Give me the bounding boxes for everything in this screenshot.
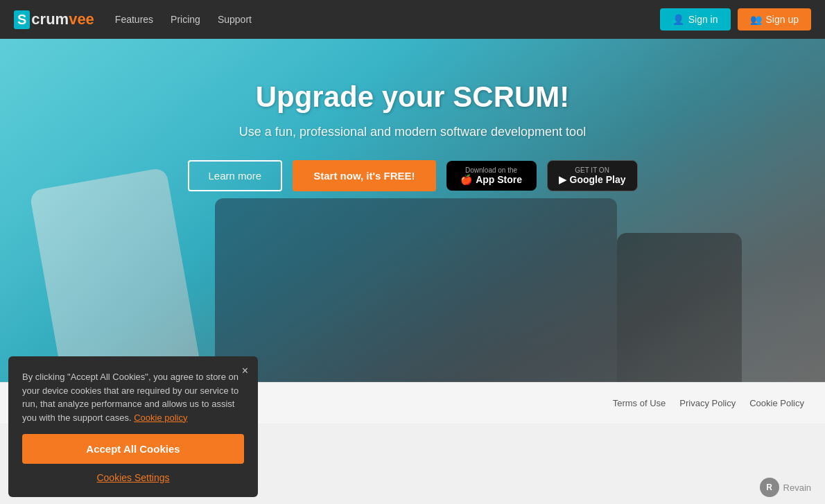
add-person-icon: 👥 [750, 14, 762, 25]
navbar-right: 👤 Sign in 👥 Sign up [660, 8, 811, 31]
nav-item-features[interactable]: Features [115, 13, 153, 26]
accept-cookies-button[interactable]: Accept All Cookies [22, 434, 244, 464]
logo-crum: crum [31, 10, 69, 28]
navbar: Scrumvee Features Pricing Support 👤 Sign… [0, 0, 825, 39]
cookie-policy-link-banner[interactable]: Cookie policy [134, 412, 187, 423]
nav-link-features[interactable]: Features [115, 14, 153, 25]
nav-item-support[interactable]: Support [218, 13, 252, 26]
navbar-left: Scrumvee Features Pricing Support [14, 10, 252, 29]
hero-content: Upgrade your SCRUM! Use a fun, professio… [188, 80, 638, 191]
learn-more-button[interactable]: Learn more [188, 160, 283, 191]
hero-bg-phone-right [617, 233, 742, 382]
hero-bg-tablet [215, 198, 617, 382]
app-store-button[interactable]: Download on the 🍎 App Store [446, 161, 537, 191]
privacy-policy-link[interactable]: Privacy Policy [679, 398, 736, 408]
start-free-button[interactable]: Start now, it's FREE! [293, 160, 435, 191]
logo-vee: vee [69, 10, 94, 28]
revain-icon: R [760, 478, 779, 497]
nav-links: Features Pricing Support [115, 13, 252, 26]
signin-label: Sign in [688, 14, 718, 25]
cookie-message: By clicking "Accept All Cookies", you ag… [22, 370, 244, 424]
play-icon: ▶ [559, 174, 566, 185]
app-store-label: App Store [476, 174, 522, 185]
hero-title: Upgrade your SCRUM! [188, 80, 638, 114]
logo-s-box: S [14, 10, 30, 29]
signup-button[interactable]: 👥 Sign up [738, 8, 811, 31]
google-play-button[interactable]: GET IT ON ▶ Google Play [547, 160, 638, 191]
cookie-banner: × By clicking "Accept All Cookies", you … [8, 356, 258, 497]
logo: Scrumvee [14, 10, 94, 29]
cookie-policy-link[interactable]: Cookie Policy [749, 398, 804, 408]
cookies-settings-button[interactable]: Cookies Settings [22, 472, 244, 483]
google-play-small-text: GET IT ON [575, 166, 609, 174]
signup-label: Sign up [766, 14, 799, 25]
signin-button[interactable]: 👤 Sign in [660, 8, 731, 31]
terms-of-use-link[interactable]: Terms of Use [613, 398, 666, 408]
hero-section: Upgrade your SCRUM! Use a fun, professio… [0, 39, 825, 382]
apple-icon: 🍎 [460, 174, 472, 185]
app-store-small-text: Download on the [465, 166, 517, 174]
hero-subtitle: Use a fun, professional and modern softw… [188, 125, 638, 139]
hero-buttons: Learn more Start now, it's FREE! Downloa… [188, 160, 638, 191]
nav-link-pricing[interactable]: Pricing [171, 14, 200, 25]
nav-link-support[interactable]: Support [218, 14, 252, 25]
cookie-close-button[interactable]: × [242, 365, 248, 377]
revain-badge: R Revain [760, 478, 811, 497]
nav-item-pricing[interactable]: Pricing [171, 13, 200, 26]
google-play-big-text: ▶ Google Play [559, 174, 626, 185]
app-store-big-text: 🍎 App Store [460, 174, 522, 185]
person-icon: 👤 [672, 14, 684, 25]
revain-label: Revain [783, 483, 811, 493]
google-play-label: Google Play [570, 174, 626, 185]
cookie-message-text: By clicking "Accept All Cookies", you ag… [22, 372, 238, 423]
